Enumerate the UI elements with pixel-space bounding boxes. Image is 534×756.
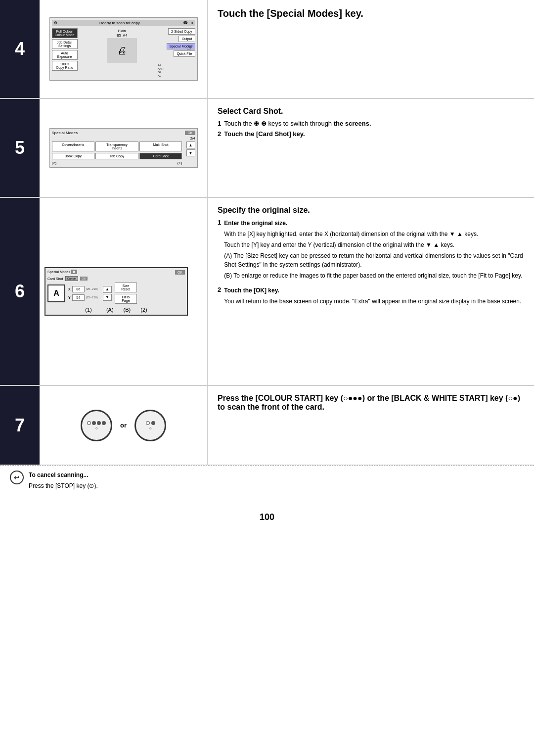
copy-ratio-btn[interactable]: 100%Copy Ratio: [52, 61, 78, 71]
plain-label: Plain: [118, 29, 126, 33]
full-colour-btn[interactable]: Full ColourColour Mode: [52, 28, 78, 38]
cancel-scanning-box: ↩ To cancel scanning... Press the [STOP]…: [0, 465, 534, 497]
step-4-row: 4 ⚙ Ready to scan for copy. ☎ 0 Full Col…: [0, 0, 534, 99]
phone-icon: ☎: [183, 21, 188, 25]
x-row: X 86 (25~210): [68, 286, 98, 292]
step-6-number: 6: [0, 198, 40, 385]
transparency-inserts-btn[interactable]: TransparencyInserts: [95, 142, 138, 151]
step-7-number: 7: [0, 386, 40, 465]
center-area: Plain B5 A4 🖨 A4A4RB4A3: [80, 28, 165, 78]
step-7-heading: Press the [COLOUR START] key (○●●●) or t…: [218, 394, 524, 412]
size-list: A4A4RB4A3: [158, 64, 164, 77]
y-range: (25~210): [86, 296, 98, 299]
xy-inputs: X 86 (25~210) Y 54 (25~210): [68, 286, 98, 301]
ok-btn-6b[interactable]: OK: [80, 277, 88, 281]
cancel-text-area: To cancel scanning... Press the [STOP] k…: [29, 471, 98, 492]
special-modes-btn[interactable]: Special Modes ☞: [167, 43, 195, 49]
cancel-title: To cancel scanning...: [29, 472, 88, 478]
page-number: 100: [0, 497, 534, 537]
y-value[interactable]: 54: [72, 294, 85, 301]
colour-start-group: ◇: [81, 410, 112, 441]
step-6-heading: Specify the original size.: [218, 206, 524, 215]
step-4-screen: ⚙ Ready to scan for copy. ☎ 0 Full Colou…: [49, 17, 198, 81]
step-4-heading: Touch the [Special Modes] key.: [218, 8, 524, 19]
card-shot-btn[interactable]: Card Shot: [139, 153, 182, 159]
screen6-top-bar: Special Modes ✖ OK: [47, 270, 185, 275]
covers-inserts-btn[interactable]: Covers/Inserts: [52, 142, 95, 151]
step-6-screen: Special Modes ✖ OK Card Shot Cancel OK A…: [44, 267, 188, 316]
step-4-number: 4: [0, 0, 40, 98]
size-reset-btn[interactable]: Size Reset: [115, 283, 137, 292]
cancel-icon: ↩: [10, 471, 24, 484]
fit-to-page-btn[interactable]: Fit toPage: [115, 294, 137, 304]
colour-start-key[interactable]: ◇: [81, 410, 112, 441]
output-btn[interactable]: Output: [178, 36, 195, 42]
label-1: (1): [178, 161, 182, 165]
enter-size-label: Enter the original size.: [224, 220, 287, 227]
auto-exposure-btn[interactable]: AutoExposure: [52, 50, 78, 60]
step-5-heading: Select Card Shot.: [218, 107, 524, 116]
item-1-text: Touch the ⊕ ⊕ keys to switch through the…: [224, 120, 371, 127]
y-row: Y 54 (25~210): [68, 294, 98, 301]
right-btns-6: Size Reset Fit toPage: [115, 283, 137, 304]
card-shot-row: Card Shot Cancel OK: [47, 276, 185, 281]
step-7-keys: ◇ or ◇: [73, 402, 174, 449]
zero-label: 0: [191, 21, 193, 25]
cancel-instruction: Press the [STOP] key (⊙).: [29, 481, 98, 490]
size-b5: B5: [117, 34, 121, 37]
item-2-body-6: Touch the [OK] key. You will return to t…: [224, 286, 521, 308]
step-6-item-1: 1 Enter the original size. With the [X] …: [218, 219, 524, 282]
step-5-item-1: 1 Touch the ⊕ ⊕ keys to switch through t…: [218, 120, 524, 127]
touch-ok-label: Touch the [OK] key.: [224, 287, 279, 294]
size-row-1: B5 A4: [117, 34, 127, 37]
job-detail-btn[interactable]: Job DetailSettings: [52, 39, 78, 49]
step-5-screen: Special Modes OK 2/4 Covers/Inserts Tran…: [49, 128, 198, 168]
x-label: X: [68, 287, 71, 291]
step-5-item-2: 2 Touch the [Card Shot] key.: [218, 130, 524, 138]
label-2-6: (2): [140, 307, 147, 313]
cancel-btn-6[interactable]: Cancel: [65, 276, 79, 281]
tab-copy-btn[interactable]: Tab Copy: [95, 153, 138, 159]
multi-shot-btn[interactable]: Multi Shot: [139, 142, 182, 151]
card-shot-title: Card Shot: [47, 277, 63, 281]
item-2-text: Touch the [Card Shot] key.: [224, 130, 305, 138]
copier-image: 🖨: [107, 38, 137, 63]
para-b-6: (B) To enlarge or reduce the images to f…: [224, 271, 524, 280]
screen5-labels: (2) (1): [52, 161, 182, 165]
nav-up-btn[interactable]: ▲: [186, 142, 195, 148]
step-5-row: 5 Special Modes OK 2/4 Covers/Inserts Tr…: [0, 99, 534, 198]
step-5-screen-wrapper: Special Modes OK 2/4 Covers/Inserts Tran…: [49, 128, 198, 168]
x-range: (25~210): [86, 287, 98, 290]
para-1-6: With the [X] key highlighted, enter the …: [224, 230, 524, 238]
book-copy-btn[interactable]: Book Copy: [52, 153, 95, 159]
nav-down-btn[interactable]: ▼: [186, 149, 195, 156]
step-7-content: Press the [COLOUR START] key (○●●●) or t…: [208, 386, 534, 465]
bw-start-key[interactable]: ◇: [134, 410, 166, 441]
screen5-top-row: Covers/Inserts TransparencyInserts Multi…: [52, 142, 182, 151]
step-6-content: Specify the original size. 1 Enter the o…: [208, 198, 534, 385]
nav-down-btn-6[interactable]: ▼: [103, 294, 112, 301]
step-5-content: Select Card Shot. 1 Touch the ⊕ ⊕ keys t…: [208, 99, 534, 197]
nav-up-btn-6[interactable]: ▲: [103, 286, 112, 293]
size-inputs: A X 86 (25~210) Y 54 (25~210): [47, 283, 185, 304]
or-separator: or: [120, 422, 127, 429]
ok-label: OK: [185, 131, 195, 135]
step-6-diagram: Special Modes ✖ OK Card Shot Cancel OK A…: [40, 198, 208, 385]
two-sided-copy-btn[interactable]: 2-Sided Copy: [168, 28, 195, 35]
step-6-item-2: 2 Touch the [OK] key. You will return to…: [218, 286, 524, 308]
x-value[interactable]: 86: [72, 286, 85, 292]
para-ok-6: You will return to the base screen of co…: [224, 297, 521, 306]
page-wrapper: 4 ⚙ Ready to scan for copy. ☎ 0 Full Col…: [0, 0, 534, 537]
label-B-6: (B): [124, 307, 131, 313]
a-icon: A: [47, 284, 65, 302]
top-icons: ☎ 0: [183, 21, 193, 25]
label-A-6: (A): [102, 307, 114, 313]
step-4-diagram: ⚙ Ready to scan for copy. ☎ 0 Full Colou…: [40, 0, 208, 98]
ok-btn-6[interactable]: OK: [175, 270, 185, 275]
left-buttons-col: Full ColourColour Mode Job DetailSetting…: [52, 28, 78, 78]
screen-main-area: Full ColourColour Mode Job DetailSetting…: [52, 28, 195, 78]
step-6-row: 6 Special Modes ✖ OK Card Shot Cancel OK…: [0, 198, 534, 386]
screen5-buttons: Covers/Inserts TransparencyInserts Multi…: [52, 142, 182, 165]
status-icon: ⚙: [54, 21, 57, 25]
nav-arrows: ▲ ▼: [186, 142, 195, 156]
